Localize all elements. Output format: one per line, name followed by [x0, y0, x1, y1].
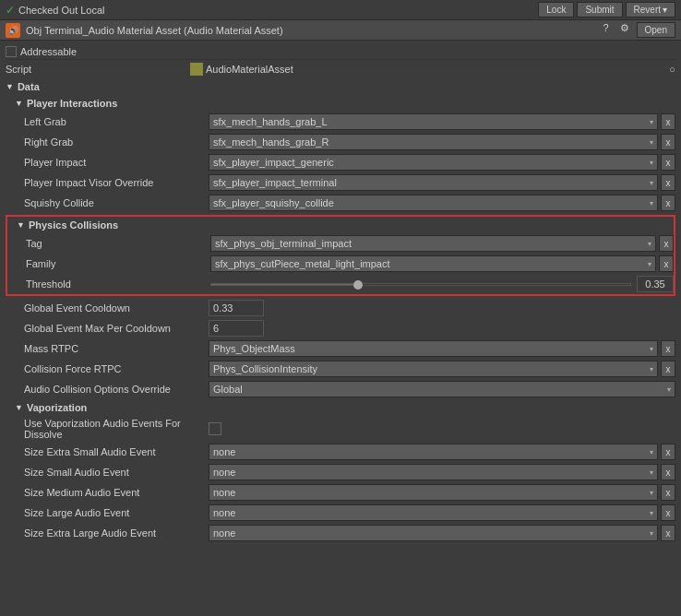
global-event-max-row: Global Event Max Per Cooldown 6 [6, 318, 675, 338]
collision-force-rtpc-clear-button[interactable]: x [661, 361, 675, 377]
script-icon [190, 63, 203, 76]
squishy-collide-row: Squishy Collide sfx_player_squishy_colli… [6, 193, 675, 213]
right-grab-clear-button[interactable]: x [661, 134, 675, 150]
chevron-down-icon: ▾ [648, 260, 651, 268]
script-label: Script [6, 64, 190, 75]
size-extra-large-clear-button[interactable]: x [661, 525, 675, 541]
left-grab-clear-button[interactable]: x [661, 113, 675, 130]
circle-icon: ○ [669, 64, 675, 75]
size-small-dropdown[interactable]: none ▾ [209, 464, 658, 480]
player-interactions-title: Player Interactions [27, 98, 117, 109]
chevron-down-icon: ▾ [650, 138, 653, 147]
physics-collisions-section: ▼ Physics Collisions Tag sfx_phys_obj_te… [6, 215, 675, 296]
right-grab-value: sfx_mech_hands_grab_R ▾ x [209, 134, 675, 150]
physics-collisions-title: Physics Collisions [29, 219, 118, 231]
tag-clear-button[interactable]: x [659, 235, 674, 252]
player-interactions-header[interactable]: ▼ Player Interactions [6, 95, 675, 112]
size-extra-large-row: Size Extra Large Audio Event none ▾ x [6, 523, 675, 543]
size-extra-small-clear-button[interactable]: x [661, 444, 675, 460]
settings-icon[interactable]: ⚙ [616, 22, 633, 38]
threshold-slider-fill [211, 284, 358, 285]
size-extra-large-label: Size Extra Large Audio Event [24, 527, 209, 539]
toolbar-buttons: Lock Submit Revert ▾ [538, 2, 675, 18]
audio-collision-override-dropdown[interactable]: Global ▾ [209, 381, 675, 397]
vaporization-header[interactable]: ▼ Vaporization [6, 399, 675, 416]
global-event-max-input[interactable]: 6 [209, 320, 264, 337]
physics-collisions-triangle: ▼ [17, 220, 25, 230]
squishy-collide-value: sfx_player_squishy_collide ▾ x [209, 195, 675, 211]
player-impact-clear-button[interactable]: x [661, 154, 675, 171]
global-event-cooldown-row: Global Event Cooldown 0.33 [6, 298, 675, 318]
family-dropdown[interactable]: sfx_phys_cutPiece_metal_light_impact ▾ [210, 255, 656, 272]
right-grab-dropdown[interactable]: sfx_mech_hands_grab_R ▾ [209, 134, 658, 150]
data-section-header[interactable]: ▼ Data [6, 78, 675, 95]
squishy-collide-dropdown[interactable]: sfx_player_squishy_collide ▾ [209, 195, 658, 211]
audio-collision-override-label: Audio Collision Options Override [24, 384, 209, 395]
submit-button[interactable]: Submit [577, 2, 622, 18]
threshold-slider-thumb[interactable] [353, 280, 363, 290]
family-clear-button[interactable]: x [659, 255, 674, 272]
mass-rtpc-value: Phys_ObjectMass ▾ x [209, 340, 675, 357]
player-impact-visor-clear-button[interactable]: x [661, 174, 675, 191]
checked-out-label: Checked Out Local [18, 5, 105, 16]
physics-collisions-header[interactable]: ▼ Physics Collisions [7, 217, 674, 233]
size-large-row: Size Large Audio Event none ▾ x [6, 503, 675, 523]
threshold-slider-track[interactable] [210, 283, 631, 286]
right-grab-label: Right Grab [24, 136, 209, 148]
player-impact-visor-value: sfx_player_impact_terminal ▾ x [209, 174, 675, 191]
tag-row: Tag sfx_phys_obj_terminal_impact ▾ x [7, 233, 674, 254]
revert-button[interactable]: Revert ▾ [626, 2, 675, 18]
size-small-clear-button[interactable]: x [661, 464, 675, 480]
use-vaporization-checkbox[interactable] [209, 422, 221, 435]
addressable-checkbox[interactable] [6, 46, 17, 57]
mass-rtpc-clear-button[interactable]: x [661, 340, 675, 357]
size-small-row: Size Small Audio Event none ▾ x [6, 462, 675, 482]
size-extra-small-value: none ▾ x [209, 444, 675, 460]
player-impact-dropdown[interactable]: sfx_player_impact_generic ▾ [209, 154, 658, 171]
asset-title: Obj Terminal_Audio Material Asset (Audio… [26, 25, 593, 36]
size-small-value: none ▾ x [209, 464, 675, 480]
vaporization-triangle: ▼ [15, 403, 23, 412]
size-medium-clear-button[interactable]: x [661, 484, 675, 501]
player-impact-visor-dropdown[interactable]: sfx_player_impact_terminal ▾ [209, 174, 658, 191]
player-impact-label: Player Impact [24, 157, 209, 168]
size-large-value: none ▾ x [209, 504, 675, 521]
lock-button[interactable]: Lock [538, 2, 574, 18]
size-medium-value: none ▾ x [209, 484, 675, 501]
open-button[interactable]: Open [637, 22, 675, 38]
size-extra-large-dropdown[interactable]: none ▾ [209, 525, 658, 541]
help-icon[interactable]: ? [599, 22, 612, 38]
squishy-collide-clear-button[interactable]: x [661, 195, 675, 211]
mass-rtpc-dropdown[interactable]: Phys_ObjectMass ▾ [209, 340, 658, 357]
tag-dropdown[interactable]: sfx_phys_obj_terminal_impact ▾ [210, 235, 656, 252]
size-large-clear-button[interactable]: x [661, 504, 675, 521]
obj-icon: 🔊 [6, 23, 20, 38]
mass-rtpc-label: Mass RTPC [24, 343, 209, 354]
chevron-down-icon: ▾ [650, 489, 653, 497]
family-label: Family [26, 258, 210, 269]
size-extra-small-dropdown[interactable]: none ▾ [209, 444, 658, 460]
size-large-label: Size Large Audio Event [24, 507, 209, 518]
use-vaporization-row: Use Vaporization Audio Events For Dissol… [6, 416, 675, 442]
global-event-max-value: 6 [209, 320, 675, 337]
chevron-down-icon: ▾ [650, 118, 653, 126]
collision-force-rtpc-dropdown[interactable]: Phys_CollisionIntensity ▾ [209, 361, 658, 377]
right-grab-row: Right Grab sfx_mech_hands_grab_R ▾ x [6, 132, 675, 152]
threshold-label: Threshold [26, 278, 210, 290]
player-impact-row: Player Impact sfx_player_impact_generic … [6, 152, 675, 172]
global-event-cooldown-input[interactable]: 0.33 [209, 300, 264, 316]
script-value: AudioMaterialAsset ○ [190, 63, 675, 76]
script-name: AudioMaterialAsset [206, 64, 293, 75]
player-impact-visor-label: Player Impact Visor Override [24, 177, 209, 188]
threshold-value-input[interactable]: 0.35 [637, 276, 674, 292]
left-grab-dropdown[interactable]: sfx_mech_hands_grab_L ▾ [209, 113, 658, 130]
size-large-dropdown[interactable]: none ▾ [209, 504, 658, 521]
size-small-label: Size Small Audio Event [24, 467, 209, 478]
check-icon: ✓ [6, 4, 15, 17]
toolbar: ✓ Checked Out Local Lock Submit Revert ▾ [0, 0, 681, 20]
size-extra-large-value: none ▾ x [209, 525, 675, 541]
chevron-down-icon: ▾ [667, 385, 671, 394]
size-medium-dropdown[interactable]: none ▾ [209, 484, 658, 501]
collision-force-rtpc-value: Phys_CollisionIntensity ▾ x [209, 361, 675, 377]
collision-force-rtpc-label: Collision Force RTPC [24, 363, 209, 374]
